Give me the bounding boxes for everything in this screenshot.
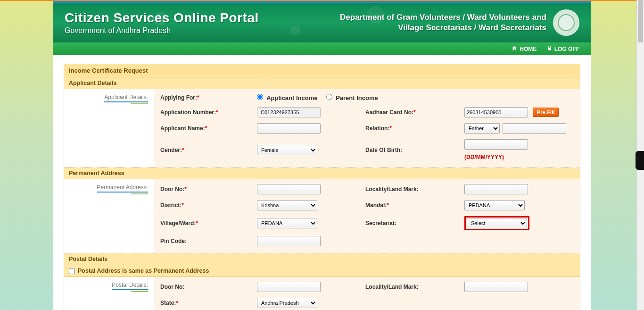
same-as-label: Postal Address is same as Permanent Addr… [78,268,209,274]
dept-line-1: Department of Gram Volunteers / Ward Vol… [340,12,546,23]
side-feedback-tab[interactable] [636,151,644,170]
perm-district-select[interactable]: Krishna [257,200,317,210]
perm-pincode-input[interactable] [257,236,321,246]
section-applicant-details: Applicant Details [64,77,580,89]
home-icon [512,45,517,52]
perm-mandal-select[interactable]: PEDANA [464,200,525,210]
home-link[interactable]: HOME [512,45,537,52]
postal-state-label: State: [160,300,176,306]
department-lines: Department of Gram Volunteers / Ward Vol… [340,12,546,33]
radio-parent-income-wrapper[interactable]: Parent Income [326,94,378,101]
aadhaar-input[interactable] [464,107,528,117]
aadhaar-label: Aadhaar Card No: [365,109,413,116]
applying-for-label: Applying For: [160,94,197,101]
dob-hint: (DD/MM/YYYY) [464,154,504,160]
side-label-applicant-text: Applicant Details: [104,94,148,102]
lock-icon [547,45,552,52]
relation-name-input[interactable] [503,123,566,134]
same-as-checkbox[interactable] [69,268,75,274]
section-permanent-address: Permanent Address [64,168,580,179]
perm-village-label: Village/Ward: [160,220,196,226]
logoff-link[interactable]: LOG OFF [547,45,579,52]
prefill-button[interactable]: Pre-Fill [533,108,559,117]
scrollbar-thumb[interactable] [638,0,643,42]
perm-secretariat-label: Secretariat: [365,220,396,226]
page-wrapper: Citizen Services Online Portal Governmen… [53,1,591,310]
perm-pincode-label: Pin Code: [160,238,187,244]
app-number-input [257,107,321,117]
dob-label: Date Of Birth: [365,147,402,153]
postal-locality-label: Locality/Land Mark: [365,284,419,290]
relation-label: Relation: [365,125,389,132]
top-nav: HOME LOG OFF [53,42,591,55]
perm-door-label: Door No: [160,186,184,193]
portal-subtitle: Government of Andhra Pradesh [65,26,259,35]
perm-village-select[interactable]: PEDANA [257,218,317,228]
radio-applicant-income[interactable] [257,94,263,100]
radio-parent-income-label: Parent Income [336,94,378,101]
govt-seal-icon [553,9,579,36]
same-as-row: Postal Address is same as Permanent Addr… [64,265,580,277]
radio-applicant-income-wrapper[interactable]: Applicant Income [257,94,318,101]
perm-door-input[interactable] [257,184,321,194]
perm-locality-input[interactable] [464,184,528,194]
gender-label: Gender: [160,147,182,153]
dept-line-2: Village Secretariats / Ward Secretariats [340,23,546,33]
perm-locality-label: Locality/Land Mark: [365,186,419,193]
postal-door-input[interactable] [257,282,321,292]
section-applicant-label: Applicant Details [69,80,116,86]
content-area: Income Certificate Request Applicant Det… [53,55,591,310]
portal-title: Citizen Services Online Portal [65,10,259,25]
secretariat-highlight: Select [464,216,529,230]
panel-permanent: Permanent Address: Door No:* Locality/La… [64,179,580,253]
side-label-permanent-text: Permanent Address: [97,184,148,193]
home-link-label: HOME [520,46,537,52]
radio-applicant-income-label: Applicant Income [266,94,317,101]
relation-select[interactable]: Father [464,123,500,134]
perm-district-label: District: [160,202,182,209]
panel-applicant: Applicant Details: Applying For:* Applic… [64,89,580,168]
side-label-permanent: Permanent Address: [64,179,154,253]
radio-parent-income[interactable] [326,94,332,100]
applicant-name-input[interactable] [257,123,321,134]
form-title: Income Certificate Request [64,64,580,77]
section-postal-label: Postal Details [69,256,107,262]
postal-locality-input[interactable] [464,282,528,292]
side-label-postal: Postal Details: [64,277,154,310]
form-box: Income Certificate Request Applicant Det… [64,64,580,310]
dob-input[interactable] [464,139,528,150]
perm-secretariat-select[interactable]: Select [467,218,527,228]
logoff-link-label: LOG OFF [554,46,579,52]
app-number-label: Application Number: [160,109,216,116]
section-postal-details: Postal Details [64,253,580,265]
panel-postal: Postal Details: Door No: Locality/Land M… [64,277,580,310]
postal-door-label: Door No: [160,284,184,290]
header-banner: Citizen Services Online Portal Governmen… [53,1,591,42]
section-permanent-label: Permanent Address [69,170,124,176]
side-label-postal-text: Postal Details: [112,282,148,290]
postal-state-select[interactable]: Andhra Pradesh [257,298,317,308]
gender-select[interactable]: Female [257,145,317,155]
perm-mandal-label: Mandal: [365,202,387,209]
applicant-name-label: Applicant Name: [160,125,205,132]
side-label-applicant: Applicant Details: [64,89,154,167]
